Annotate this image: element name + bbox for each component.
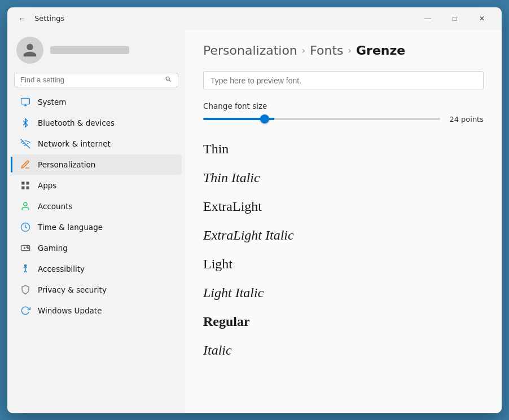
font-variant-italic: Italic: [203, 336, 484, 365]
titlebar: ← Settings — □ ✕: [7, 7, 502, 30]
sidebar-item-network-label: Network & internet: [38, 139, 111, 148]
sidebar-item-apps[interactable]: Apps: [11, 175, 182, 196]
main-content: System Bluetooth & devices Network & int…: [7, 30, 502, 413]
svg-rect-4: [27, 186, 29, 189]
svg-rect-3: [21, 186, 24, 189]
gaming-icon: [20, 242, 31, 254]
sidebar-item-gaming[interactable]: Gaming: [11, 238, 182, 258]
font-preview-input[interactable]: [203, 71, 484, 90]
sidebar-item-bluetooth[interactable]: Bluetooth & devices: [11, 113, 182, 133]
window-controls: — □ ✕: [415, 10, 495, 28]
svg-point-5: [24, 202, 27, 206]
time-icon: [20, 222, 31, 233]
font-size-slider[interactable]: [203, 118, 440, 120]
settings-window: ← Settings — □ ✕: [7, 7, 502, 413]
font-variant-extralight: ExtraLight: [203, 192, 484, 221]
font-variants-list: Thin Thin Italic ExtraLight ExtraLight I…: [203, 135, 484, 365]
user-avatar-icon: [22, 42, 38, 58]
slider-row: 24 points: [203, 115, 484, 123]
bluetooth-icon: [20, 117, 31, 129]
sidebar-item-accessibility-label: Accessibility: [38, 264, 85, 273]
privacy-icon: [20, 284, 31, 295]
breadcrumb-sep-2: ›: [348, 45, 352, 56]
close-button[interactable]: ✕: [469, 10, 495, 28]
breadcrumb-grenze: Grenze: [356, 43, 405, 58]
accounts-icon: [20, 201, 31, 212]
font-variant-thin: Thin: [203, 135, 484, 163]
user-name: [50, 46, 129, 54]
sidebar-item-bluetooth-label: Bluetooth & devices: [38, 118, 115, 127]
font-variant-extralight-italic: ExtraLight Italic: [203, 221, 484, 250]
search-icon: [165, 76, 172, 85]
font-variant-regular: Regular: [203, 307, 484, 336]
sidebar-item-time[interactable]: Time & language: [11, 217, 182, 237]
search-input[interactable]: [20, 76, 160, 84]
breadcrumb-sep-1: ›: [302, 45, 305, 56]
user-section: [7, 30, 185, 73]
font-variant-light-italic: Light Italic: [203, 278, 484, 307]
breadcrumb-fonts: Fonts: [310, 43, 343, 58]
sidebar-nav: System Bluetooth & devices Network & int…: [7, 92, 185, 321]
font-variant-light: Light: [203, 250, 484, 278]
breadcrumb-personalization: Personalization: [203, 43, 297, 58]
sidebar-item-update[interactable]: Windows Update: [11, 300, 182, 321]
titlebar-title: Settings: [34, 14, 64, 23]
font-size-value: 24 points: [449, 115, 484, 123]
minimize-button[interactable]: —: [415, 10, 441, 28]
sidebar-item-personalization-label: Personalization: [38, 160, 95, 169]
sidebar-item-system-label: System: [38, 98, 66, 107]
sidebar-item-update-label: Windows Update: [38, 306, 102, 315]
back-button[interactable]: ←: [14, 11, 30, 26]
sidebar-item-system[interactable]: System: [11, 92, 182, 112]
personalization-icon: [20, 159, 31, 170]
font-variant-thin-italic: Thin Italic: [203, 163, 484, 192]
sidebar-item-privacy[interactable]: Privacy & security: [11, 280, 182, 300]
sidebar-item-apps-label: Apps: [38, 181, 56, 190]
svg-rect-2: [27, 182, 29, 184]
svg-rect-0: [21, 98, 30, 104]
svg-point-12: [25, 264, 27, 266]
accessibility-icon: [20, 263, 31, 275]
maximize-button[interactable]: □: [442, 10, 468, 28]
system-icon: [20, 96, 31, 108]
sidebar-item-time-label: Time & language: [38, 223, 103, 232]
sidebar-item-personalization[interactable]: Personalization: [11, 154, 182, 175]
avatar: [16, 37, 43, 64]
apps-icon: [20, 180, 31, 191]
sidebar-item-accounts-label: Accounts: [38, 202, 73, 211]
main-panel: Personalization › Fonts › Grenze Change …: [185, 30, 502, 413]
svg-rect-1: [21, 182, 24, 184]
network-icon: [20, 138, 31, 149]
search-box[interactable]: [14, 73, 178, 87]
font-size-section: Change font size 24 points: [203, 101, 484, 123]
sidebar-item-accessibility[interactable]: Accessibility: [11, 259, 182, 279]
update-icon: [20, 305, 31, 316]
sidebar-item-accounts[interactable]: Accounts: [11, 196, 182, 216]
sidebar-item-gaming-label: Gaming: [38, 244, 68, 253]
sidebar-item-privacy-label: Privacy & security: [38, 285, 107, 294]
breadcrumb: Personalization › Fonts › Grenze: [203, 43, 484, 58]
svg-point-11: [28, 247, 29, 249]
font-size-label: Change font size: [203, 101, 484, 110]
sidebar-item-network[interactable]: Network & internet: [11, 134, 182, 154]
sidebar: System Bluetooth & devices Network & int…: [7, 30, 185, 413]
